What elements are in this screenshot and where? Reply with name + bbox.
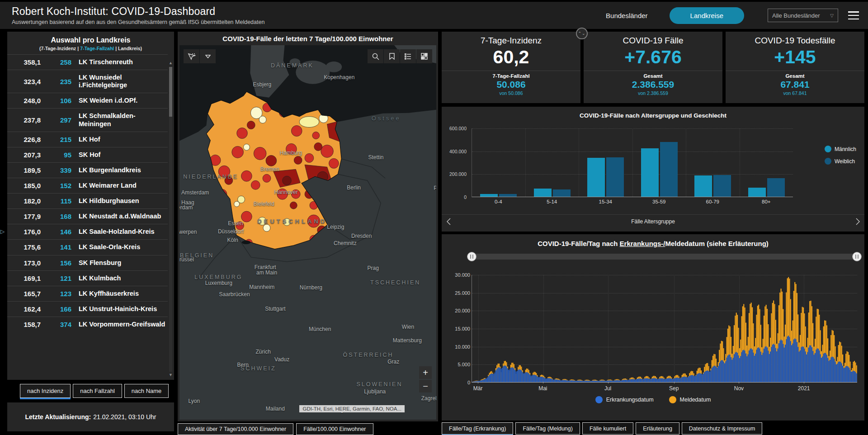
chevron-down-icon: ▽ [830,13,834,18]
list-item[interactable]: 185,0152LK Weimarer Land [7,178,168,193]
map-bookmark-icon[interactable] [384,49,400,63]
age-category-label: 60-79 [686,199,740,204]
stat-sub-value: 50.086 [442,79,580,90]
tab-nach-name[interactable]: nach Name [124,384,169,398]
map-canvas[interactable]: DÄNEMARKKopenhagenEsbjergOstseeHamburgSt… [179,45,436,420]
map-select-tool-button[interactable] [184,49,199,63]
row-fallzahl: 215 [48,136,71,143]
scrollbar-thumb[interactable] [169,67,172,117]
row-inzidenz: 226,8 [13,136,41,143]
list-item[interactable]: 358,1258LK Tirschenreuth [7,54,168,70]
list-item[interactable]: 237,8297LK Schmalkalden-Meiningen [7,108,168,131]
map-zoom-out-button[interactable]: − [419,380,432,392]
bundesland-select[interactable]: Alle Bundesländer ▽ [768,9,838,22]
list-item[interactable]: 226,8215LK Hof [7,132,168,147]
row-inzidenz: 185,0 [13,182,41,189]
list-item[interactable]: 162,4166LK Unstrut-Hainich-Kreis [7,301,168,317]
age-bar-maennlich[interactable] [587,158,605,197]
row-inzidenz: 323,4 [13,78,41,85]
timeline-bars[interactable] [472,275,857,382]
row-landkreis-name: SK Flensburg [79,259,166,267]
list-item[interactable]: 176,0146LK Saale-Holzland-Kreis [7,224,168,239]
map-attribution[interactable]: GDI-TH, Esri, HERE, Garmin, FAO, NOA... [299,405,405,412]
scroll-up-icon[interactable]: ▲ [168,61,173,66]
row-landkreis-name: LK Hildburghausen [79,197,166,205]
legend-item[interactable]: Weiblich [825,158,856,165]
age-bar-weiblich[interactable] [767,178,785,197]
row-fallzahl: 152 [48,182,71,189]
menu-icon[interactable] [848,11,859,19]
age-y-tick: 400.000 [441,149,467,154]
scrollbar[interactable]: ▲ ▼ [168,61,173,378]
tab-erlaeuterung[interactable]: Erläuterung [636,422,679,435]
nav-landkreise[interactable]: Landkreise [670,7,744,24]
row-landkreis-name: SK Weiden i.d.OPf. [79,97,166,104]
scroll-down-icon[interactable]: ▼ [168,373,173,378]
timeline-chart-panel: COVID-19-Fälle/Tag nach Erkrankungs-/Mel… [442,234,864,421]
age-bar-weiblich[interactable] [606,157,624,197]
legend-item[interactable]: Männlich [825,146,856,152]
age-bar-weiblich[interactable] [499,194,517,197]
map-basemap-icon[interactable] [416,49,432,63]
row-landkreis-name: LK Kulmbach [79,274,166,282]
row-landkreis-name: LK Schmalkalden-Meiningen [79,112,166,128]
legend-dot-icon [825,146,831,152]
timeline-y-tick: 10.000 [444,344,470,350]
age-next-arrow-icon[interactable] [851,218,864,225]
age-bar-maennlich[interactable] [534,189,552,197]
tab-faelle-kumuliert[interactable]: Fälle kumuliert [582,422,633,435]
choropleth-map[interactable] [179,45,436,420]
slider-handle-left[interactable] [467,252,476,261]
stat-value: +7.676 [584,47,722,68]
list-item[interactable]: 158,7374LK Vorpommern-Greifswald [7,317,168,332]
age-bar-weiblich[interactable] [713,175,731,197]
age-bar-weiblich[interactable] [553,189,571,197]
map-select-dropdown-button[interactable] [200,49,216,63]
row-fallzahl: 156 [48,259,71,267]
tab-faelle-100000[interactable]: Fälle/100.000 Einwohner [296,423,373,435]
tab-faelle-tag-erkrankung[interactable]: Fälle/Tag (Erkrankung) [442,422,513,435]
list-item[interactable]: 182,0115LK Hildburghausen [7,193,168,208]
row-landkreis-name: LK Weimarer Land [79,182,166,189]
collapse-widget-icon[interactable]: ⌃⌄ [576,28,588,39]
age-prev-arrow-icon[interactable] [442,218,455,225]
list-item[interactable]: 323,4235LK Wunsiedel i.Fichtelgebirge [7,70,168,93]
list-item[interactable]: 165,7123LK Kyffhäuserkreis [7,286,168,301]
row-fallzahl: 339 [48,166,71,174]
stat-title: 7-Tage-Inzidenz [442,36,580,46]
list-item[interactable]: 189,5339LK Burgenlandkreis [7,162,168,178]
list-item[interactable]: 177,9168LK Neustadt a.d.Waldnaab [7,208,168,224]
tab-datenschutz[interactable]: Datenschutz & Impressum [682,422,763,435]
list-item[interactable]: 207,395SK Hof [7,147,168,162]
list-item[interactable]: 173,0156SK Flensburg [7,255,168,270]
stat-sub-value: 2.386.559 [584,79,722,90]
nav-bundeslaender[interactable]: Bundesländer [606,12,648,19]
legend-dot-icon [825,158,831,165]
age-bar-maennlich[interactable] [748,188,766,197]
age-bar-maennlich[interactable] [641,148,659,197]
stat-card-todesfaelle: COVID-19 Todesfälle +145 Gesamt 67.841 v… [726,32,864,103]
age-bar-maennlich[interactable] [480,194,498,197]
tab-aktivitaet-7-tage[interactable]: Aktivität über 7 Tage/100.000 Einwohner [178,423,293,435]
age-bar-weiblich[interactable] [660,142,678,197]
map-legend-icon[interactable] [400,49,416,63]
map-title: COVID-19-Fälle der letzten 7 Tage/100.00… [178,32,438,45]
stat-sub-small: von 67.841 [726,90,864,96]
tab-nach-inzidenz[interactable]: nach Inzidenz [20,384,71,398]
time-range-slider[interactable] [472,254,857,260]
tab-faelle-tag-meldung[interactable]: Fälle/Tag (Meldung) [515,422,580,435]
legend-item[interactable]: Meldedatum [669,396,711,403]
list-item[interactable]: 175,6141LK Saale-Orla-Kreis [7,239,168,255]
map-zoom-in-button[interactable]: + [419,366,432,379]
slider-handle-right[interactable] [852,252,862,261]
age-bar-maennlich[interactable] [694,175,712,197]
list-item[interactable]: 169,1121LK Kulmbach [7,270,168,286]
legend-item[interactable]: Erkrankungsdatum [595,396,654,403]
map-search-icon[interactable] [368,49,383,63]
row-inzidenz: 176,0 [13,228,41,236]
tab-nach-fallzahl[interactable]: nach Fallzahl [73,384,122,398]
map-panel: COVID-19-Fälle der letzten 7 Tage/100.00… [178,32,438,421]
list-item[interactable]: 248,0106SK Weiden i.d.OPf. [7,93,168,108]
list-title: Auswahl pro Landkreis [10,36,171,44]
sidebar-expand-arrow-icon[interactable]: ▷ [0,228,5,235]
